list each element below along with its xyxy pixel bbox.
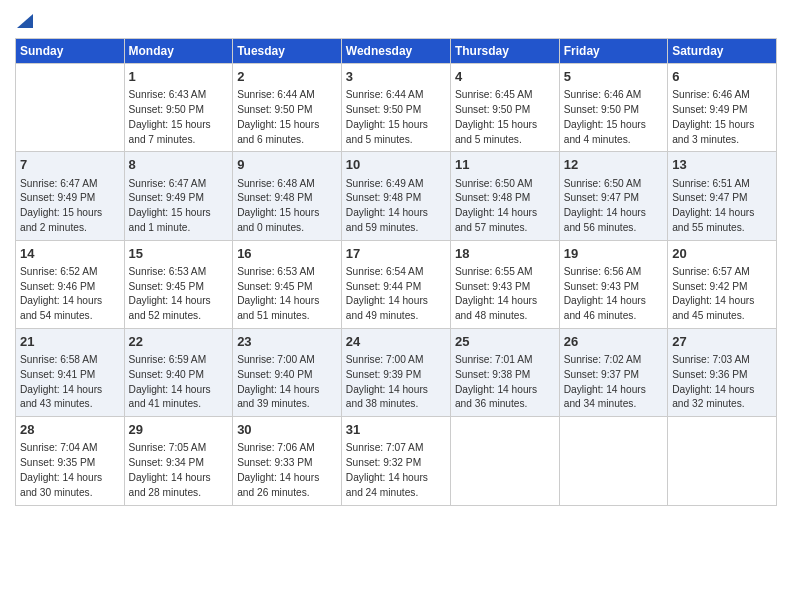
calendar-day-cell: 19Sunrise: 6:56 AM Sunset: 9:43 PM Dayli… xyxy=(559,240,667,328)
day-info: Sunrise: 7:07 AM Sunset: 9:32 PM Dayligh… xyxy=(346,441,446,500)
calendar-day-cell: 20Sunrise: 6:57 AM Sunset: 9:42 PM Dayli… xyxy=(668,240,777,328)
calendar-day-cell xyxy=(450,417,559,505)
day-number: 25 xyxy=(455,333,555,351)
calendar-day-cell: 8Sunrise: 6:47 AM Sunset: 9:49 PM Daylig… xyxy=(124,152,233,240)
day-info: Sunrise: 6:48 AM Sunset: 9:48 PM Dayligh… xyxy=(237,177,337,236)
day-info: Sunrise: 7:06 AM Sunset: 9:33 PM Dayligh… xyxy=(237,441,337,500)
calendar-day-cell: 15Sunrise: 6:53 AM Sunset: 9:45 PM Dayli… xyxy=(124,240,233,328)
calendar-day-cell: 22Sunrise: 6:59 AM Sunset: 9:40 PM Dayli… xyxy=(124,328,233,416)
calendar-table: SundayMondayTuesdayWednesdayThursdayFrid… xyxy=(15,38,777,506)
calendar-week-row: 7Sunrise: 6:47 AM Sunset: 9:49 PM Daylig… xyxy=(16,152,777,240)
day-info: Sunrise: 6:59 AM Sunset: 9:40 PM Dayligh… xyxy=(129,353,229,412)
day-info: Sunrise: 6:52 AM Sunset: 9:46 PM Dayligh… xyxy=(20,265,120,324)
day-number: 10 xyxy=(346,156,446,174)
calendar-day-cell: 18Sunrise: 6:55 AM Sunset: 9:43 PM Dayli… xyxy=(450,240,559,328)
day-number: 26 xyxy=(564,333,663,351)
day-info: Sunrise: 6:51 AM Sunset: 9:47 PM Dayligh… xyxy=(672,177,772,236)
calendar-day-cell: 1Sunrise: 6:43 AM Sunset: 9:50 PM Daylig… xyxy=(124,64,233,152)
weekday-header-row: SundayMondayTuesdayWednesdayThursdayFrid… xyxy=(16,39,777,64)
weekday-header-saturday: Saturday xyxy=(668,39,777,64)
logo-triangle-icon xyxy=(17,10,33,28)
calendar-day-cell: 2Sunrise: 6:44 AM Sunset: 9:50 PM Daylig… xyxy=(233,64,342,152)
calendar-day-cell: 13Sunrise: 6:51 AM Sunset: 9:47 PM Dayli… xyxy=(668,152,777,240)
day-info: Sunrise: 7:05 AM Sunset: 9:34 PM Dayligh… xyxy=(129,441,229,500)
day-info: Sunrise: 7:01 AM Sunset: 9:38 PM Dayligh… xyxy=(455,353,555,412)
calendar-day-cell: 21Sunrise: 6:58 AM Sunset: 9:41 PM Dayli… xyxy=(16,328,125,416)
calendar-day-cell xyxy=(16,64,125,152)
day-number: 24 xyxy=(346,333,446,351)
logo xyxy=(15,10,33,32)
day-number: 11 xyxy=(455,156,555,174)
day-info: Sunrise: 6:46 AM Sunset: 9:49 PM Dayligh… xyxy=(672,88,772,147)
day-number: 2 xyxy=(237,68,337,86)
day-info: Sunrise: 6:46 AM Sunset: 9:50 PM Dayligh… xyxy=(564,88,663,147)
calendar-day-cell: 10Sunrise: 6:49 AM Sunset: 9:48 PM Dayli… xyxy=(341,152,450,240)
day-number: 5 xyxy=(564,68,663,86)
day-number: 30 xyxy=(237,421,337,439)
calendar-day-cell: 26Sunrise: 7:02 AM Sunset: 9:37 PM Dayli… xyxy=(559,328,667,416)
calendar-day-cell: 23Sunrise: 7:00 AM Sunset: 9:40 PM Dayli… xyxy=(233,328,342,416)
day-number: 14 xyxy=(20,245,120,263)
day-info: Sunrise: 6:50 AM Sunset: 9:48 PM Dayligh… xyxy=(455,177,555,236)
day-info: Sunrise: 6:57 AM Sunset: 9:42 PM Dayligh… xyxy=(672,265,772,324)
calendar-day-cell: 31Sunrise: 7:07 AM Sunset: 9:32 PM Dayli… xyxy=(341,417,450,505)
day-number: 17 xyxy=(346,245,446,263)
weekday-header-monday: Monday xyxy=(124,39,233,64)
day-number: 20 xyxy=(672,245,772,263)
day-info: Sunrise: 6:53 AM Sunset: 9:45 PM Dayligh… xyxy=(129,265,229,324)
day-info: Sunrise: 6:58 AM Sunset: 9:41 PM Dayligh… xyxy=(20,353,120,412)
day-info: Sunrise: 6:55 AM Sunset: 9:43 PM Dayligh… xyxy=(455,265,555,324)
calendar-week-row: 1Sunrise: 6:43 AM Sunset: 9:50 PM Daylig… xyxy=(16,64,777,152)
calendar-day-cell: 4Sunrise: 6:45 AM Sunset: 9:50 PM Daylig… xyxy=(450,64,559,152)
weekday-header-friday: Friday xyxy=(559,39,667,64)
weekday-header-wednesday: Wednesday xyxy=(341,39,450,64)
svg-marker-0 xyxy=(17,14,33,28)
day-info: Sunrise: 7:02 AM Sunset: 9:37 PM Dayligh… xyxy=(564,353,663,412)
day-number: 18 xyxy=(455,245,555,263)
calendar-day-cell: 7Sunrise: 6:47 AM Sunset: 9:49 PM Daylig… xyxy=(16,152,125,240)
day-number: 16 xyxy=(237,245,337,263)
weekday-header-sunday: Sunday xyxy=(16,39,125,64)
day-info: Sunrise: 7:03 AM Sunset: 9:36 PM Dayligh… xyxy=(672,353,772,412)
calendar-day-cell: 29Sunrise: 7:05 AM Sunset: 9:34 PM Dayli… xyxy=(124,417,233,505)
calendar-day-cell: 11Sunrise: 6:50 AM Sunset: 9:48 PM Dayli… xyxy=(450,152,559,240)
day-number: 6 xyxy=(672,68,772,86)
day-number: 27 xyxy=(672,333,772,351)
day-number: 23 xyxy=(237,333,337,351)
day-info: Sunrise: 6:49 AM Sunset: 9:48 PM Dayligh… xyxy=(346,177,446,236)
calendar-day-cell xyxy=(668,417,777,505)
day-number: 22 xyxy=(129,333,229,351)
calendar-day-cell: 9Sunrise: 6:48 AM Sunset: 9:48 PM Daylig… xyxy=(233,152,342,240)
day-number: 3 xyxy=(346,68,446,86)
weekday-header-tuesday: Tuesday xyxy=(233,39,342,64)
day-info: Sunrise: 6:50 AM Sunset: 9:47 PM Dayligh… xyxy=(564,177,663,236)
day-number: 1 xyxy=(129,68,229,86)
day-number: 8 xyxy=(129,156,229,174)
calendar-day-cell: 30Sunrise: 7:06 AM Sunset: 9:33 PM Dayli… xyxy=(233,417,342,505)
calendar-day-cell: 14Sunrise: 6:52 AM Sunset: 9:46 PM Dayli… xyxy=(16,240,125,328)
day-info: Sunrise: 6:56 AM Sunset: 9:43 PM Dayligh… xyxy=(564,265,663,324)
day-info: Sunrise: 6:44 AM Sunset: 9:50 PM Dayligh… xyxy=(237,88,337,147)
calendar-day-cell: 25Sunrise: 7:01 AM Sunset: 9:38 PM Dayli… xyxy=(450,328,559,416)
calendar-day-cell: 3Sunrise: 6:44 AM Sunset: 9:50 PM Daylig… xyxy=(341,64,450,152)
calendar-day-cell: 5Sunrise: 6:46 AM Sunset: 9:50 PM Daylig… xyxy=(559,64,667,152)
header xyxy=(15,10,777,32)
calendar-day-cell: 16Sunrise: 6:53 AM Sunset: 9:45 PM Dayli… xyxy=(233,240,342,328)
day-number: 19 xyxy=(564,245,663,263)
day-number: 28 xyxy=(20,421,120,439)
day-number: 4 xyxy=(455,68,555,86)
day-info: Sunrise: 6:47 AM Sunset: 9:49 PM Dayligh… xyxy=(129,177,229,236)
calendar-day-cell: 12Sunrise: 6:50 AM Sunset: 9:47 PM Dayli… xyxy=(559,152,667,240)
day-number: 31 xyxy=(346,421,446,439)
calendar-day-cell: 24Sunrise: 7:00 AM Sunset: 9:39 PM Dayli… xyxy=(341,328,450,416)
day-number: 13 xyxy=(672,156,772,174)
day-number: 12 xyxy=(564,156,663,174)
day-info: Sunrise: 6:45 AM Sunset: 9:50 PM Dayligh… xyxy=(455,88,555,147)
calendar-day-cell: 6Sunrise: 6:46 AM Sunset: 9:49 PM Daylig… xyxy=(668,64,777,152)
day-info: Sunrise: 6:47 AM Sunset: 9:49 PM Dayligh… xyxy=(20,177,120,236)
day-number: 15 xyxy=(129,245,229,263)
day-info: Sunrise: 7:00 AM Sunset: 9:40 PM Dayligh… xyxy=(237,353,337,412)
day-number: 7 xyxy=(20,156,120,174)
day-info: Sunrise: 6:54 AM Sunset: 9:44 PM Dayligh… xyxy=(346,265,446,324)
day-number: 9 xyxy=(237,156,337,174)
